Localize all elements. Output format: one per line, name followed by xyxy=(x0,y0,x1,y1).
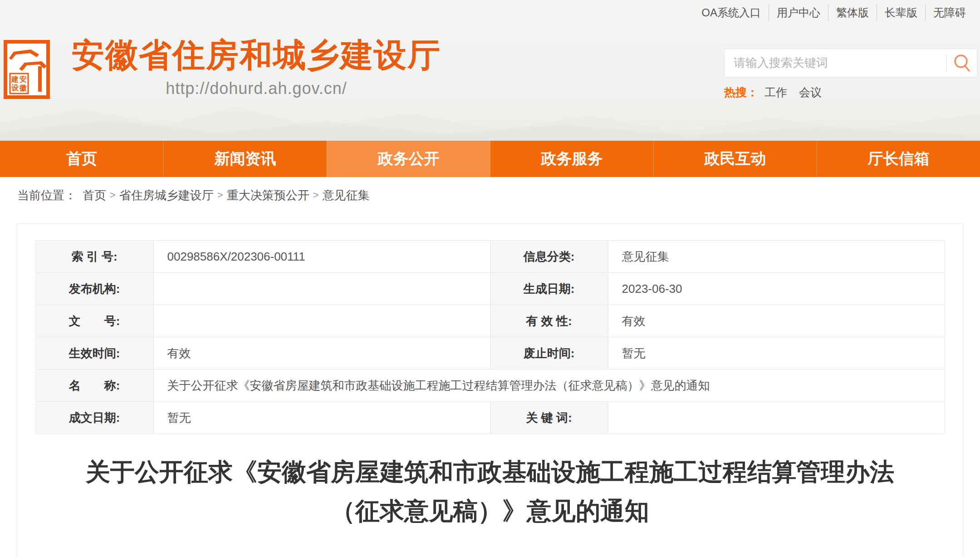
search-button[interactable] xyxy=(947,49,977,77)
site-title[interactable]: 安徽省住房和城乡建设厅 xyxy=(72,38,441,73)
content-panel: 索 引 号: 00298586X/202306-00111 信息分类: 意见征集… xyxy=(17,223,963,557)
breadcrumb-prefix: 当前位置： xyxy=(17,187,76,203)
toplink-accessibility[interactable]: 无障碍 xyxy=(925,5,974,21)
nav-item-public-interaction[interactable]: 政民互动 xyxy=(653,141,817,177)
search-input[interactable] xyxy=(725,56,946,70)
toplink-traditional-chinese[interactable]: 繁体版 xyxy=(828,5,877,21)
site-logo-seal-icon[interactable]: 建 安 设 徽 xyxy=(4,40,50,99)
table-row: 发布机构: 生成日期: 2023-06-30 xyxy=(35,273,945,305)
seal-char: 安 xyxy=(20,75,27,83)
nav-item-gov-disclosure[interactable]: 政务公开 xyxy=(327,141,490,177)
table-value-effective-time: 有效 xyxy=(153,337,490,370)
breadcrumb-separator: > xyxy=(110,189,116,201)
seal-char: 设 xyxy=(11,84,19,92)
table-label-name: 名 称: xyxy=(35,370,153,402)
toplink-user-center[interactable]: 用户中心 xyxy=(769,5,828,21)
table-label-index-number: 索 引 号: xyxy=(35,241,153,273)
site-banner: OA系统入口 用户中心 繁体版 长辈版 无障碍 建 安 设 徽 安徽省住房和城乡… xyxy=(0,0,980,141)
hot-search-label: 热搜： xyxy=(724,85,758,100)
breadcrumb-separator: > xyxy=(313,189,319,201)
breadcrumb: 当前位置： 首页 > 省住房城乡建设厅 > 重大决策预公开 > 意见征集 xyxy=(0,177,980,213)
table-label-document-number: 文 号: xyxy=(35,305,153,337)
main-navigation: 首页 新闻资讯 政务公开 政务服务 政民互动 厅长信箱 xyxy=(0,141,980,177)
table-label-written-date: 成文日期: xyxy=(35,402,153,434)
table-label-effective-time: 生效时间: xyxy=(35,337,153,370)
table-value-info-category: 意见征集 xyxy=(608,241,945,273)
table-label-validity: 有 效 性: xyxy=(490,305,608,337)
table-label-info-category: 信息分类: xyxy=(490,241,608,273)
hot-search-term-work[interactable]: 工作 xyxy=(764,85,787,100)
search-box xyxy=(724,49,977,77)
breadcrumb-major-policy-pre-disclosure[interactable]: 重大决策预公开 xyxy=(227,187,309,203)
table-value-keywords xyxy=(608,402,945,434)
nav-item-director-mailbox[interactable]: 厅长信箱 xyxy=(817,141,980,177)
table-row: 索 引 号: 00298586X/202306-00111 信息分类: 意见征集 xyxy=(35,241,945,273)
hot-search-term-meeting[interactable]: 会议 xyxy=(799,85,822,100)
meta-table: 索 引 号: 00298586X/202306-00111 信息分类: 意见征集… xyxy=(35,240,945,434)
article-title: 关于公开征求《安徽省房屋建筑和市政基础设施工程施工过程结算管理办法（征求意见稿）… xyxy=(64,452,916,531)
table-row: 名 称: 关于公开征求《安徽省房屋建筑和市政基础设施工程施工过程结算管理办法（征… xyxy=(35,370,945,402)
toplink-oa-entry[interactable]: OA系统入口 xyxy=(694,5,769,21)
breadcrumb-home[interactable]: 首页 xyxy=(83,187,106,203)
table-row: 成文日期: 暂无 关 键 词: xyxy=(35,402,945,434)
seal-char: 徽 xyxy=(19,84,27,92)
table-label-abolition-time: 废止时间: xyxy=(490,337,608,370)
table-value-abolition-time: 暂无 xyxy=(608,337,945,370)
table-row: 生效时间: 有效 废止时间: 暂无 xyxy=(35,337,945,370)
site-identity: 安徽省住房和城乡建设厅 http://dohurd.ah.gov.cn/ xyxy=(72,38,441,98)
site-url: http://dohurd.ah.gov.cn/ xyxy=(72,79,441,98)
table-value-index-number: 00298586X/202306-00111 xyxy=(153,241,490,273)
nav-item-home[interactable]: 首页 xyxy=(0,141,163,177)
table-value-validity: 有效 xyxy=(608,305,945,337)
hot-search: 热搜： 工作 会议 xyxy=(724,85,977,100)
top-utility-links: OA系统入口 用户中心 繁体版 长辈版 无障碍 xyxy=(694,5,974,21)
table-value-generation-date: 2023-06-30 xyxy=(608,273,945,305)
seal-char: 建 xyxy=(11,75,19,83)
table-label-publisher: 发布机构: xyxy=(35,273,153,305)
search-area: 热搜： 工作 会议 xyxy=(724,49,977,100)
table-label-generation-date: 生成日期: xyxy=(490,273,608,305)
toplink-elder-version[interactable]: 长辈版 xyxy=(877,5,925,21)
breadcrumb-department[interactable]: 省住房城乡建设厅 xyxy=(119,187,214,203)
nav-item-gov-services[interactable]: 政务服务 xyxy=(490,141,653,177)
table-value-written-date: 暂无 xyxy=(153,402,490,434)
table-label-keywords: 关 键 词: xyxy=(490,402,608,434)
search-icon xyxy=(953,54,971,73)
table-value-name: 关于公开征求《安徽省房屋建筑和市政基础设施工程施工过程结算管理办法（征求意见稿）… xyxy=(153,370,945,402)
table-row: 文 号: 有 效 性: 有效 xyxy=(35,305,945,337)
breadcrumb-separator: > xyxy=(217,189,223,201)
breadcrumb-opinion-collection[interactable]: 意见征集 xyxy=(323,187,370,203)
table-value-publisher xyxy=(153,273,490,305)
table-value-document-number xyxy=(153,305,490,337)
nav-item-news[interactable]: 新闻资讯 xyxy=(163,141,327,177)
